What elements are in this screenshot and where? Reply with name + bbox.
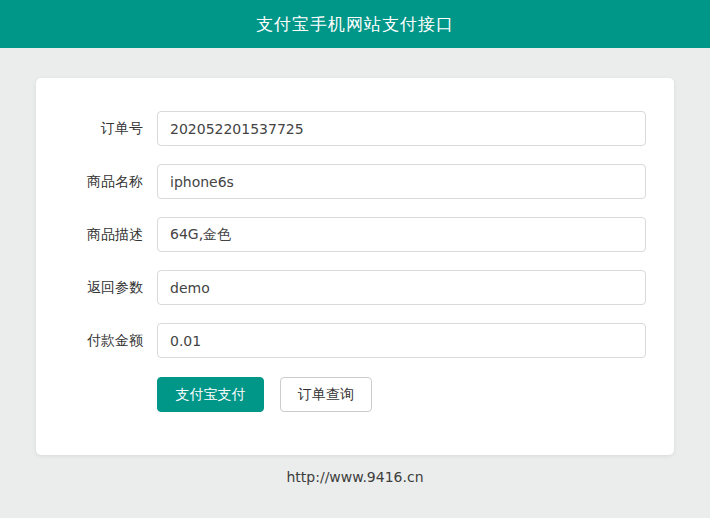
form-row-order-number: 订单号 xyxy=(64,111,646,146)
alipay-pay-button[interactable]: 支付宝支付 xyxy=(157,377,264,412)
order-number-label: 订单号 xyxy=(64,120,157,138)
product-name-label: 商品名称 xyxy=(64,173,157,191)
form-row-return-param: 返回参数 xyxy=(64,270,646,305)
footer: http://www.9416.cn xyxy=(0,469,710,485)
product-description-label: 商品描述 xyxy=(64,226,157,244)
form-row-payment-amount: 付款金额 xyxy=(64,323,646,358)
page-title: 支付宝手机网站支付接口 xyxy=(256,13,454,36)
header-bar: 支付宝手机网站支付接口 xyxy=(0,0,710,48)
return-param-input[interactable] xyxy=(157,270,646,305)
return-param-label: 返回参数 xyxy=(64,279,157,297)
payment-amount-input[interactable] xyxy=(157,323,646,358)
payment-form-card: 订单号 商品名称 商品描述 返回参数 付款金额 支付宝支付 订单查询 xyxy=(36,78,674,455)
order-number-input[interactable] xyxy=(157,111,646,146)
form-row-product-name: 商品名称 xyxy=(64,164,646,199)
payment-amount-label: 付款金额 xyxy=(64,332,157,350)
order-query-button[interactable]: 订单查询 xyxy=(280,377,372,412)
button-row: 支付宝支付 订单查询 xyxy=(157,377,646,412)
form-row-product-description: 商品描述 xyxy=(64,217,646,252)
product-name-input[interactable] xyxy=(157,164,646,199)
footer-url: http://www.9416.cn xyxy=(286,469,423,485)
product-description-input[interactable] xyxy=(157,217,646,252)
